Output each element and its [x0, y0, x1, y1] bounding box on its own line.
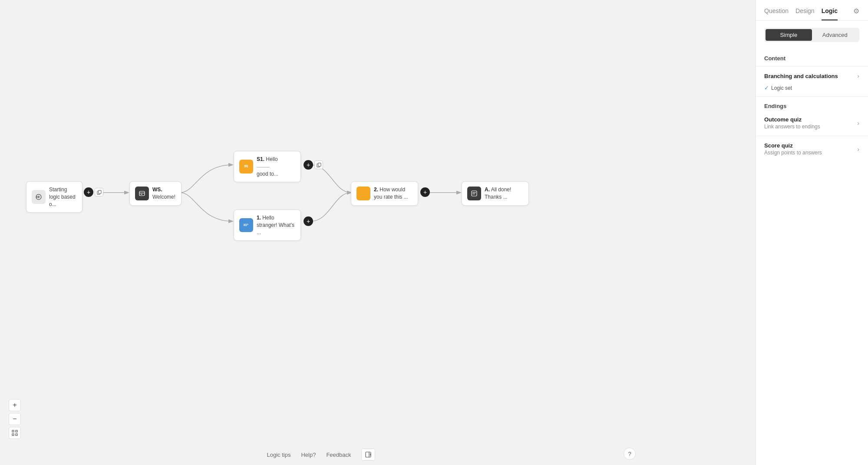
connections-svg — [0, 0, 755, 465]
collapse-panel-btn[interactable] — [361, 449, 375, 461]
simple-toggle[interactable]: Simple — [766, 29, 812, 41]
branching-title: Branching and calculations — [764, 73, 838, 79]
q1-plus-btn[interactable]: + — [304, 216, 313, 226]
score-quiz-title: Score quiz — [764, 142, 822, 149]
advanced-toggle[interactable]: Advanced — [812, 29, 858, 41]
q1-icon — [239, 218, 253, 232]
zoom-out-btn[interactable]: − — [9, 413, 21, 425]
outcome-quiz-title: Outcome quiz — [764, 116, 820, 123]
score-quiz-desc: Assign points to answers — [764, 150, 822, 156]
divider-3 — [756, 136, 868, 136]
svg-rect-12 — [318, 163, 320, 166]
q1-node[interactable]: 1. Hello stranger! What's ... — [234, 210, 301, 241]
settings-icon[interactable]: ⚙ — [853, 7, 859, 20]
svg-rect-24 — [12, 434, 14, 436]
svg-rect-5 — [98, 190, 101, 193]
bottom-bar: Logic tips Help? Feedback — [0, 444, 642, 465]
svg-rect-22 — [12, 430, 14, 432]
svg-point-16 — [244, 224, 244, 225]
outcome-quiz-item[interactable]: Outcome quiz Link answers to endings › — [756, 112, 868, 134]
content-section-title: Content — [756, 51, 868, 64]
score-quiz-chevron: › — [857, 146, 859, 153]
logic-set-label: Logic set — [771, 85, 792, 91]
score-quiz-item[interactable]: Score quiz Assign points to answers › — [756, 138, 868, 160]
svg-rect-23 — [16, 430, 17, 432]
toggle-bar: Simple Advanced — [764, 28, 859, 42]
s1-plus-btn[interactable]: + — [304, 160, 313, 170]
endings-section-title: Endings — [756, 98, 868, 112]
canvas-area[interactable]: Starting logic based o... + WS. Welcome! — [0, 0, 755, 465]
zoom-fit-btn[interactable] — [9, 427, 21, 439]
a-text: A. All done! Thanks ... — [485, 186, 523, 201]
q2-icon — [356, 187, 370, 200]
svg-rect-6 — [139, 191, 145, 196]
s1-copy-btn[interactable] — [314, 160, 323, 169]
help-link[interactable]: Help? — [301, 452, 316, 458]
starting-copy-btn[interactable] — [95, 188, 103, 196]
svg-rect-13 — [243, 223, 249, 228]
outcome-quiz-chevron: › — [857, 120, 859, 127]
panel-content: Content Branching and calculations › ✓ L… — [756, 47, 868, 465]
q2-plus-btn[interactable]: + — [420, 187, 430, 197]
a-icon — [467, 187, 481, 200]
s1-icon: " — [239, 160, 253, 174]
branching-chevron: › — [857, 72, 859, 79]
svg-marker-18 — [360, 191, 366, 196]
svg-text:": " — [244, 165, 245, 169]
panel-tabs: Question Design Logic ⚙ — [756, 0, 868, 21]
svg-rect-19 — [472, 191, 477, 196]
welcome-node[interactable]: WS. Welcome! — [129, 181, 182, 206]
zoom-in-btn[interactable]: + — [9, 399, 21, 411]
outcome-quiz-desc: Link answers to endings — [764, 124, 820, 130]
logic-set-check: ✓ — [764, 85, 769, 91]
starting-text: Starting logic based o... — [49, 186, 77, 208]
welcome-icon — [135, 187, 149, 200]
logic-tips-link[interactable]: Logic tips — [267, 452, 291, 458]
tab-design[interactable]: Design — [795, 7, 815, 20]
tab-logic[interactable]: Logic — [822, 7, 838, 20]
branching-item[interactable]: Branching and calculations › — [756, 68, 868, 84]
help-btn[interactable]: ? — [624, 448, 636, 460]
s1-node[interactable]: " S1. Hello good to... — [234, 151, 301, 182]
starting-node[interactable]: Starting logic based o... — [26, 181, 83, 213]
q2-text: 2. How would you rate this ... — [374, 186, 413, 201]
q2-node[interactable]: 2. How would you rate this ... — [351, 181, 418, 206]
tab-question[interactable]: Question — [764, 7, 789, 20]
divider-2 — [756, 96, 868, 97]
starting-plus-btn[interactable]: + — [84, 187, 93, 197]
svg-rect-25 — [16, 434, 17, 436]
q1-text: 1. Hello stranger! What's ... — [257, 214, 295, 236]
s1-text: S1. Hello good to... — [257, 156, 278, 177]
divider-1 — [756, 66, 868, 66]
logic-set-row: ✓ Logic set — [756, 84, 868, 95]
starting-icon — [32, 190, 46, 204]
svg-point-17 — [244, 225, 244, 226]
zoom-controls: + − — [9, 399, 21, 439]
welcome-text: WS. Welcome! — [152, 186, 176, 201]
feedback-link[interactable]: Feedback — [326, 452, 351, 458]
right-panel: Question Design Logic ⚙ Simple Advanced … — [755, 0, 868, 465]
a-node[interactable]: A. All done! Thanks ... — [462, 181, 529, 206]
svg-rect-26 — [366, 452, 371, 457]
